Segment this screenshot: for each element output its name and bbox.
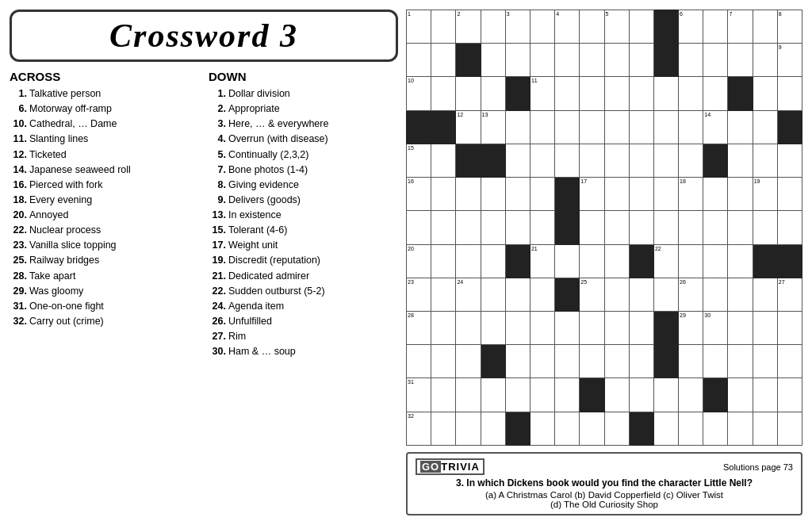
grid-cell[interactable]: [629, 10, 653, 44]
grid-cell[interactable]: [580, 211, 604, 244]
grid-cell[interactable]: 4: [555, 10, 580, 44]
grid-cell[interactable]: 2: [456, 10, 481, 44]
grid-cell[interactable]: [481, 412, 505, 445]
grid-cell[interactable]: [703, 412, 728, 445]
grid-cell[interactable]: [629, 77, 653, 110]
grid-cell[interactable]: [555, 44, 580, 77]
grid-cell[interactable]: [777, 77, 802, 110]
grid-cell[interactable]: [431, 244, 456, 278]
grid-cell[interactable]: [481, 144, 505, 177]
grid-cell[interactable]: [555, 178, 580, 211]
grid-cell[interactable]: [728, 144, 753, 177]
grid-cell[interactable]: [604, 311, 629, 344]
grid-cell[interactable]: 31: [407, 378, 431, 412]
grid-cell[interactable]: 5: [604, 10, 629, 44]
grid-cell[interactable]: [728, 311, 753, 344]
grid-cell[interactable]: [505, 412, 530, 445]
grid-cell[interactable]: [753, 378, 777, 412]
grid-cell[interactable]: [604, 345, 629, 378]
grid-cell[interactable]: [753, 311, 777, 344]
grid-cell[interactable]: [629, 178, 653, 211]
grid-cell[interactable]: [530, 110, 554, 144]
grid-cell[interactable]: [456, 178, 481, 211]
grid-cell[interactable]: [679, 412, 703, 445]
grid-cell[interactable]: 15: [407, 144, 431, 177]
grid-cell[interactable]: [629, 345, 653, 378]
grid-cell[interactable]: [481, 44, 505, 77]
grid-cell[interactable]: [505, 178, 530, 211]
grid-cell[interactable]: [604, 77, 629, 110]
grid-cell[interactable]: [604, 211, 629, 244]
grid-cell[interactable]: 30: [703, 311, 728, 344]
grid-cell[interactable]: [679, 378, 703, 412]
grid-cell[interactable]: [753, 77, 777, 110]
grid-cell[interactable]: [456, 211, 481, 244]
grid-cell[interactable]: [629, 244, 653, 278]
grid-cell[interactable]: [679, 244, 703, 278]
grid-cell[interactable]: [530, 144, 554, 177]
grid-cell[interactable]: [629, 378, 653, 412]
grid-cell[interactable]: 18: [679, 178, 703, 211]
grid-cell[interactable]: [728, 110, 753, 144]
grid-cell[interactable]: 27: [777, 278, 802, 311]
grid-cell[interactable]: 6: [679, 10, 703, 44]
grid-cell[interactable]: [604, 278, 629, 311]
grid-cell[interactable]: 8: [777, 10, 802, 44]
grid-cell[interactable]: [777, 178, 802, 211]
grid-cell[interactable]: [431, 77, 456, 110]
grid-cell[interactable]: [703, 378, 728, 412]
grid-cell[interactable]: [604, 412, 629, 445]
grid-cell[interactable]: [505, 110, 530, 144]
grid-cell[interactable]: 1: [407, 10, 431, 44]
grid-cell[interactable]: 25: [580, 278, 604, 311]
grid-cell[interactable]: [629, 144, 653, 177]
grid-cell[interactable]: [728, 77, 753, 110]
grid-cell[interactable]: [753, 44, 777, 77]
grid-cell[interactable]: [728, 44, 753, 77]
grid-cell[interactable]: [728, 211, 753, 244]
grid-cell[interactable]: [653, 211, 678, 244]
grid-cell[interactable]: [530, 278, 554, 311]
grid-cell[interactable]: 23: [407, 278, 431, 311]
grid-cell[interactable]: [407, 44, 431, 77]
grid-cell[interactable]: [555, 144, 580, 177]
grid-cell[interactable]: [728, 378, 753, 412]
grid-cell[interactable]: [431, 211, 456, 244]
grid-cell[interactable]: [703, 278, 728, 311]
grid-cell[interactable]: [580, 144, 604, 177]
grid-cell[interactable]: [777, 144, 802, 177]
grid-cell[interactable]: [653, 178, 678, 211]
grid-cell[interactable]: [580, 412, 604, 445]
grid-cell[interactable]: [555, 244, 580, 278]
grid-cell[interactable]: [580, 311, 604, 344]
grid-cell[interactable]: [481, 178, 505, 211]
grid-cell[interactable]: [431, 144, 456, 177]
grid-cell[interactable]: [505, 44, 530, 77]
grid-cell[interactable]: [481, 211, 505, 244]
grid-cell[interactable]: [777, 378, 802, 412]
grid-cell[interactable]: [753, 278, 777, 311]
grid-cell[interactable]: [431, 311, 456, 344]
grid-cell[interactable]: [653, 311, 678, 344]
grid-cell[interactable]: [653, 10, 678, 44]
grid-cell[interactable]: 21: [530, 244, 554, 278]
grid-cell[interactable]: [777, 211, 802, 244]
grid-cell[interactable]: [629, 110, 653, 144]
grid-cell[interactable]: [530, 178, 554, 211]
grid-cell[interactable]: [629, 211, 653, 244]
grid-cell[interactable]: 24: [456, 278, 481, 311]
grid-cell[interactable]: [580, 44, 604, 77]
grid-cell[interactable]: [728, 345, 753, 378]
grid-cell[interactable]: [604, 378, 629, 412]
grid-cell[interactable]: [530, 345, 554, 378]
grid-cell[interactable]: [703, 144, 728, 177]
grid-cell[interactable]: [505, 211, 530, 244]
grid-cell[interactable]: [777, 412, 802, 445]
grid-cell[interactable]: [679, 77, 703, 110]
grid-cell[interactable]: [505, 77, 530, 110]
grid-cell[interactable]: [530, 10, 554, 44]
grid-cell[interactable]: [703, 77, 728, 110]
grid-cell[interactable]: [407, 211, 431, 244]
grid-cell[interactable]: [653, 144, 678, 177]
grid-cell[interactable]: [604, 178, 629, 211]
